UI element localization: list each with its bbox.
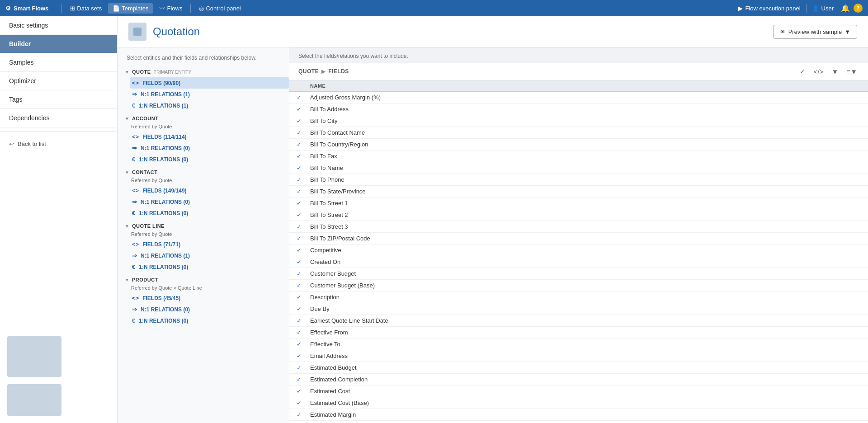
notification-icon[interactable]: 🔔: [841, 4, 850, 13]
table-row[interactable]: ✓ Estimated Cost: [289, 385, 868, 397]
nav-datasets[interactable]: ⊞ Data sets: [66, 3, 106, 14]
sidebar-item-samples[interactable]: Samples: [0, 53, 117, 72]
columns-btn[interactable]: ≡▼: [844, 67, 859, 76]
entity-header-account[interactable]: ▼ ACCOUNT: [118, 113, 289, 124]
field-checkbox[interactable]: ✓: [297, 164, 310, 171]
table-row[interactable]: ✓ Email Address: [289, 350, 868, 362]
table-row[interactable]: ✓ Earliest Quote Line Start Date: [289, 315, 868, 327]
field-checkbox[interactable]: ✓: [297, 235, 310, 242]
table-row[interactable]: ✓ Bill To Phone: [289, 174, 868, 186]
table-row[interactable]: ✓ Bill To State/Province: [289, 186, 868, 197]
field-checkbox[interactable]: ✓: [297, 282, 310, 289]
table-row[interactable]: ✓ Bill To City: [289, 115, 868, 127]
table-row[interactable]: ✓ Customer Budget: [289, 268, 868, 280]
table-row[interactable]: ✓ Due By: [289, 303, 868, 315]
sidebar-item-dependencies[interactable]: Dependencies: [0, 109, 117, 127]
table-row[interactable]: ✓ Bill To Street 1: [289, 197, 868, 209]
contact-fields-item[interactable]: <> FIELDS (149/149): [130, 185, 289, 196]
breadcrumb-parent[interactable]: QUOTE: [298, 68, 319, 75]
entity-header-product[interactable]: ▼ PRODUCT: [118, 274, 289, 285]
field-checkbox[interactable]: ✓: [297, 212, 310, 218]
table-row[interactable]: ✓ Bill To Address: [289, 103, 868, 115]
code-view-btn[interactable]: </>: [812, 67, 826, 76]
table-row[interactable]: ✓ Bill To Name: [289, 162, 868, 174]
table-row[interactable]: ✓ Estimated Cost (Base): [289, 397, 868, 409]
user-menu[interactable]: 👤 User: [812, 5, 834, 12]
product-n1-item[interactable]: ⇒ N:1 RELATIONS (0): [130, 304, 289, 315]
brand[interactable]: ⚙ Smart Flows: [5, 5, 54, 12]
field-checkbox[interactable]: ✓: [297, 141, 310, 148]
sidebar-back-btn[interactable]: ↩ Back to list: [0, 135, 117, 153]
check-all-btn[interactable]: ✓: [798, 66, 807, 76]
table-row[interactable]: ✓ Bill To Contact Name: [289, 127, 868, 139]
table-row[interactable]: ✓ Description: [289, 291, 868, 303]
table-row[interactable]: ✓ Competitive: [289, 244, 868, 256]
field-checkbox[interactable]: ✓: [297, 352, 310, 359]
field-checkbox[interactable]: ✓: [297, 223, 310, 230]
table-row[interactable]: ✓ Bill To Street 3: [289, 221, 868, 233]
account-1n-item[interactable]: € 1:N RELATIONS (0): [130, 154, 289, 165]
field-checkbox[interactable]: ✓: [297, 153, 310, 160]
filter-btn[interactable]: ▼: [830, 67, 840, 76]
field-checkbox[interactable]: ✓: [297, 270, 310, 277]
table-row[interactable]: ✓ Customer Budget (Base): [289, 280, 868, 291]
nav-templates[interactable]: 📄 Templates: [108, 3, 153, 14]
help-icon[interactable]: ?: [854, 4, 863, 13]
field-checkbox[interactable]: ✓: [297, 129, 310, 136]
table-row[interactable]: ✓ Effective To: [289, 338, 868, 350]
entity-header-quote-line[interactable]: ▼ QUOTE LINE: [118, 221, 289, 231]
table-row[interactable]: ✓ Bill To ZIP/Postal Code: [289, 233, 868, 244]
table-row[interactable]: ✓ Created On: [289, 256, 868, 268]
preview-with-sample-btn[interactable]: 👁 Preview with sample ▼: [773, 25, 857, 39]
quote-n1-item[interactable]: ⇒ N:1 RELATIONS (1): [130, 89, 289, 100]
field-checkbox[interactable]: ✓: [297, 200, 310, 207]
field-checkbox[interactable]: ✓: [297, 258, 310, 265]
field-checkbox[interactable]: ✓: [297, 411, 310, 418]
field-checkbox[interactable]: ✓: [297, 106, 310, 113]
quote-line-n1-item[interactable]: ⇒ N:1 RELATIONS (1): [130, 250, 289, 261]
quote-fields-item[interactable]: <> FIELDS (90/90): [130, 77, 289, 89]
table-row[interactable]: ✓ Adjusted Gross Margin (%): [289, 92, 868, 103]
field-checkbox[interactable]: ✓: [297, 364, 310, 371]
account-fields-item[interactable]: <> FIELDS (114/114): [130, 131, 289, 142]
entity-header-quote[interactable]: ▼ QUOTE PRIMARY ENTITY: [118, 66, 289, 77]
field-checkbox[interactable]: ✓: [297, 188, 310, 195]
table-row[interactable]: ✓ Bill To Street 2: [289, 209, 868, 221]
quote-1n-item[interactable]: € 1:N RELATIONS (1): [130, 100, 289, 111]
field-checkbox[interactable]: ✓: [297, 341, 310, 348]
account-n1-item[interactable]: ⇒ N:1 RELATIONS (0): [130, 142, 289, 154]
field-checkbox[interactable]: ✓: [297, 388, 310, 395]
quote-line-1n-item[interactable]: € 1:N RELATIONS (0): [130, 261, 289, 273]
table-row[interactable]: ✓ Bill To Fax: [289, 150, 868, 162]
field-checkbox[interactable]: ✓: [297, 118, 310, 124]
sidebar-item-tags[interactable]: Tags: [0, 90, 117, 109]
field-checkbox[interactable]: ✓: [297, 329, 310, 336]
contact-n1-item[interactable]: ⇒ N:1 RELATIONS (0): [130, 196, 289, 207]
flow-execution-btn[interactable]: ▶ Flow execution panel: [738, 5, 800, 12]
field-checkbox[interactable]: ✓: [297, 317, 310, 324]
sidebar-item-basic-settings[interactable]: Basic settings: [0, 16, 117, 35]
field-checkbox[interactable]: ✓: [297, 176, 310, 183]
field-checkbox[interactable]: ✓: [297, 294, 310, 301]
field-checkbox[interactable]: ✓: [297, 94, 310, 101]
table-row[interactable]: ✓ Estimated Margin: [289, 409, 868, 421]
nav-control-panel[interactable]: ◎ Control panel: [194, 3, 245, 14]
nav-flows[interactable]: 〰 Flows: [155, 3, 187, 14]
sidebar-item-optimizer[interactable]: Optimizer: [0, 72, 117, 90]
entity-name-product: PRODUCT: [132, 277, 158, 282]
sidebar-item-builder[interactable]: Builder: [0, 35, 117, 53]
contact-1n-item[interactable]: € 1:N RELATIONS (0): [130, 207, 289, 219]
table-row[interactable]: ✓ Effective From: [289, 327, 868, 338]
field-checkbox[interactable]: ✓: [297, 400, 310, 406]
table-row[interactable]: ✓ Estimated Budget: [289, 362, 868, 374]
product-fields-item[interactable]: <> FIELDS (45/45): [130, 292, 289, 304]
entity-header-contact[interactable]: ▼ CONTACT: [118, 167, 289, 178]
quote-line-fields-item[interactable]: <> FIELDS (71/71): [130, 239, 289, 250]
table-row[interactable]: ✓ Estimated Schedule: [289, 421, 868, 423]
field-checkbox[interactable]: ✓: [297, 306, 310, 312]
field-checkbox[interactable]: ✓: [297, 247, 310, 254]
product-1n-item[interactable]: € 1:N RELATIONS (0): [130, 315, 289, 326]
table-row[interactable]: ✓ Estimated Completion: [289, 374, 868, 385]
table-row[interactable]: ✓ Bill To Country/Region: [289, 139, 868, 150]
field-checkbox[interactable]: ✓: [297, 376, 310, 383]
